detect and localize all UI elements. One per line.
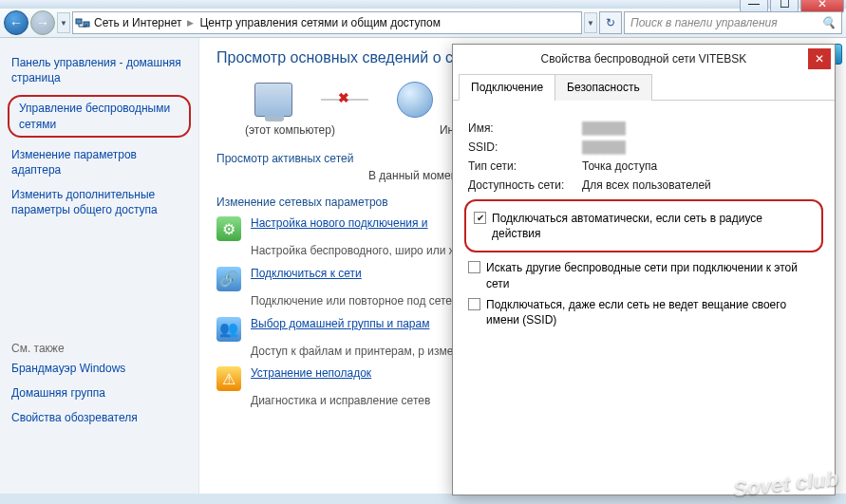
sidebar-also-browser[interactable]: Свойства обозревателя	[11, 410, 187, 425]
checkbox-icon	[468, 261, 480, 273]
field-value-name: ██████	[582, 121, 625, 135]
search-icon: 🔍	[821, 16, 836, 29]
troubleshoot-icon: ⚠	[216, 366, 241, 391]
diagram-label-pc: (этот компьютер)	[245, 123, 335, 137]
sidebar-item-adapter[interactable]: Изменение параметров адаптера	[11, 147, 187, 177]
connection-broken-icon	[321, 99, 368, 101]
homegroup-icon: 👥	[216, 317, 241, 342]
field-value-ssid: ██████	[582, 140, 625, 154]
arrow-right-icon: →	[36, 16, 49, 29]
dialog-title: Свойства беспроводной сети VITEBSK ✕	[453, 45, 835, 73]
navigation-bar: ← → ▼ Сеть и Интернет ▶ Центр управления…	[0, 8, 846, 38]
field-value-type: Точка доступа	[582, 159, 657, 173]
connect-icon: 🔗	[216, 267, 241, 291]
checkbox-search-other[interactable]: Искать другие беспроводные сети при подк…	[468, 260, 819, 290]
task-link-troubleshoot[interactable]: Устранение неполадок	[251, 366, 371, 380]
task-link-homegroup[interactable]: Выбор домашней группы и парам	[251, 317, 429, 330]
see-also-header: См. также	[11, 342, 187, 355]
checkbox-hidden-ssid[interactable]: Подключаться, даже если сеть не ведет ве…	[468, 297, 819, 327]
refresh-button[interactable]: ↻	[599, 11, 622, 34]
checkbox-label: Искать другие беспроводные сети при подк…	[486, 260, 819, 290]
address-bar[interactable]: Сеть и Интернет ▶ Центр управления сетям…	[72, 11, 582, 34]
tab-security[interactable]: Безопасность	[555, 74, 652, 101]
forward-button[interactable]: →	[30, 10, 55, 35]
field-label-ssid: SSID:	[468, 140, 582, 154]
field-label-type: Тип сети:	[468, 159, 582, 173]
checkbox-label: Подключаться, даже если сеть не ведет ве…	[486, 297, 819, 327]
wireless-properties-dialog: Свойства беспроводной сети VITEBSK ✕ Под…	[452, 44, 836, 495]
task-link-new-connection[interactable]: Настройка нового подключения и	[251, 216, 428, 230]
computer-icon	[254, 83, 292, 117]
internet-globe-icon	[397, 82, 433, 118]
crumb-1[interactable]: Сеть и Интернет	[94, 16, 181, 29]
back-button[interactable]: ←	[4, 10, 28, 35]
svg-rect-0	[76, 19, 82, 24]
search-input[interactable]: Поиск в панели управления 🔍	[624, 11, 842, 34]
address-dropdown[interactable]: ▼	[584, 12, 597, 33]
crumb-2[interactable]: Центр управления сетями и общим доступом	[199, 16, 441, 29]
network-icon	[75, 15, 90, 30]
checkbox-auto-connect[interactable]: Подключаться автоматически, если сеть в …	[474, 211, 814, 241]
field-label-name: Имя:	[468, 121, 582, 135]
sidebar-also-firewall[interactable]: Брандмауэр Windows	[11, 361, 187, 376]
control-panel-home-link[interactable]: Панель управления - домашняя страница	[11, 55, 187, 85]
breadcrumb[interactable]: Сеть и Интернет ▶ Центр управления сетям…	[94, 16, 441, 29]
history-dropdown[interactable]: ▼	[57, 12, 70, 33]
checkbox-icon	[474, 212, 486, 224]
field-value-avail: Для всех пользователей	[582, 178, 711, 192]
dialog-close-button[interactable]: ✕	[808, 48, 831, 69]
sidebar-item-sharing[interactable]: Изменить дополнительные параметры общего…	[11, 187, 187, 217]
search-placeholder: Поиск в панели управления	[630, 16, 778, 29]
new-connection-icon: ⚙	[216, 216, 241, 241]
sidebar-also-homegroup[interactable]: Домашняя группа	[11, 385, 187, 401]
window-titlebar: — ☐ ✕	[0, 0, 846, 8]
sidebar-item-wireless[interactable]: Управление беспроводными сетями	[8, 95, 191, 137]
arrow-left-icon: ←	[9, 16, 23, 29]
dialog-tabs: Подключение Безопасность	[453, 73, 835, 101]
checkbox-label: Подключаться автоматически, если сеть в …	[492, 211, 814, 241]
refresh-icon: ↻	[606, 16, 615, 29]
tab-connection[interactable]: Подключение	[459, 74, 555, 101]
chevron-right-icon: ▶	[187, 18, 194, 28]
checkbox-icon	[468, 298, 480, 310]
task-link-connect[interactable]: Подключиться к сети	[251, 267, 362, 280]
sidebar: Панель управления - домашняя страница Уп…	[0, 38, 199, 494]
field-label-avail: Доступность сети:	[468, 178, 582, 192]
